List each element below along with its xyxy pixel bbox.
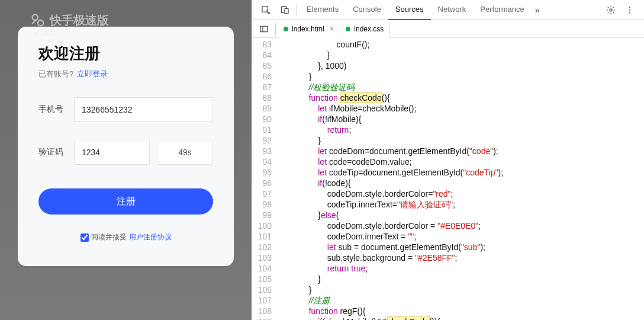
phone-input[interactable] — [74, 97, 213, 122]
file-tab-index-css[interactable]: index.css — [340, 20, 390, 38]
tab-elements[interactable]: Elements — [300, 0, 346, 20]
registration-page: 快手极速版 m 2021 欢迎注册 已有账号? 立即登录 手机号 验证码 49s… — [0, 0, 252, 320]
svg-point-1 — [38, 20, 43, 25]
svg-rect-9 — [260, 26, 268, 31]
send-code-button[interactable]: 49s — [157, 140, 213, 165]
phone-label: 手机号 — [38, 104, 74, 115]
tab-network[interactable]: Network — [431, 0, 474, 20]
navigator-toggle-icon[interactable] — [255, 24, 273, 34]
devtools-tabbar: Elements Console Sources Network Perform… — [252, 0, 644, 20]
svg-point-7 — [629, 9, 630, 10]
file-tab-index-html[interactable]: index.html × — [278, 20, 340, 38]
svg-point-0 — [33, 15, 38, 20]
code-content[interactable]: countF(); } }, 1000) } //校验验证码 function … — [276, 38, 644, 320]
code-row: 验证码 49s — [38, 140, 213, 165]
devtools-panel: Elements Console Sources Network Perform… — [252, 0, 644, 320]
sources-subbar: index.html × index.css — [252, 20, 644, 38]
inspect-icon[interactable] — [256, 5, 275, 15]
have-account-text: 已有账号? 立即登录 — [38, 69, 213, 79]
kebab-menu-icon[interactable] — [620, 5, 639, 15]
gear-icon[interactable] — [601, 5, 620, 15]
agreement-link[interactable]: 用户注册协议 — [129, 232, 172, 242]
svg-point-8 — [629, 12, 630, 13]
svg-point-10 — [284, 27, 288, 31]
tab-sources[interactable]: Sources — [388, 0, 431, 20]
page-title: 欢迎注册 — [38, 43, 213, 64]
agree-text: 阅读并接受 — [91, 232, 127, 242]
tab-performance[interactable]: Performance — [473, 0, 531, 20]
register-button[interactable]: 注册 — [38, 188, 213, 215]
close-icon[interactable]: × — [330, 24, 334, 33]
svg-point-11 — [346, 27, 350, 31]
svg-rect-4 — [285, 8, 288, 14]
code-input[interactable] — [74, 140, 150, 165]
line-gutter: 8384858687888990919293949596979899100101… — [252, 38, 276, 320]
register-card: 欢迎注册 已有账号? 立即登录 手机号 验证码 49s 注册 阅读并接受 用户注… — [18, 27, 234, 266]
login-link[interactable]: 立即登录 — [77, 69, 108, 78]
agreement-row: 阅读并接受 用户注册协议 — [38, 232, 213, 242]
tab-console[interactable]: Console — [346, 0, 388, 20]
brand-sub: m 2021 — [33, 30, 56, 38]
svg-point-6 — [629, 7, 630, 8]
phone-row: 手机号 — [38, 97, 213, 122]
code-editor[interactable]: 8384858687888990919293949596979899100101… — [252, 38, 644, 320]
code-label: 验证码 — [38, 147, 74, 158]
brand-name: 快手极速版 — [50, 12, 109, 28]
svg-point-5 — [610, 9, 612, 11]
agree-checkbox[interactable] — [80, 233, 89, 242]
more-tabs-icon[interactable]: » — [532, 5, 543, 15]
brand-watermark: 快手极速版 — [30, 12, 109, 28]
device-toggle-icon[interactable] — [275, 5, 294, 15]
brand-icon — [30, 12, 46, 28]
